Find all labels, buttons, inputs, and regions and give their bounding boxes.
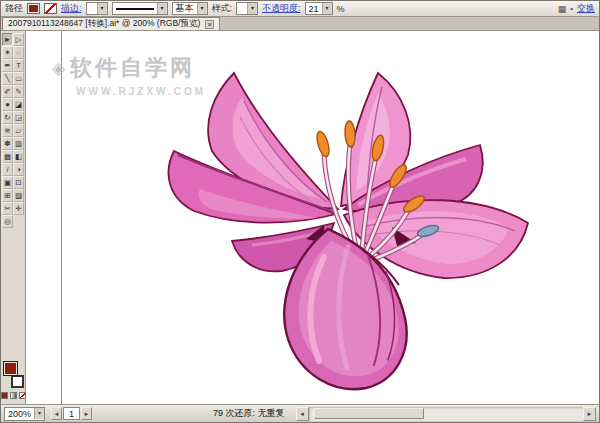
canvas[interactable]: ◈ 软件自学网 WWW.RJZXW.COM xyxy=(26,31,599,404)
tool-rotate[interactable]: ↻ xyxy=(2,111,13,124)
tool-graph[interactable]: ▥ xyxy=(13,137,24,150)
scroll-right-button[interactable]: ► xyxy=(583,407,596,421)
line-style-preview xyxy=(116,8,154,10)
horizontal-scrollbar[interactable]: ◄ ► xyxy=(296,407,596,421)
tool-palette-grid: ►▷✶◌✒T╲▭✐✎●◪↻◲≋▱✽▥▦◧/◑▣⊡⊞▨✂✛◎ xyxy=(2,33,24,228)
illustrator-window: 路径 描边: ▾ ▾ 基本 ▾ 样式: ▾ 不透明度: 21 ▾ % ▦ • 交… xyxy=(0,0,600,423)
status-readout: 79 次还原: 无重复 xyxy=(213,407,285,420)
stroke-color-swatch[interactable] xyxy=(44,3,57,14)
none-mode-button[interactable] xyxy=(19,392,26,399)
document-tab[interactable]: 2007910113248647 [转换].ai* @ 200% (RGB/预览… xyxy=(2,17,220,30)
brush-definition-value: 基本 xyxy=(173,2,197,15)
separator-dot-icon: • xyxy=(570,4,573,13)
gradient-mode-button[interactable] xyxy=(10,392,17,399)
tool-eyedropper[interactable]: / xyxy=(2,163,13,176)
tool-palette: ►▷✶◌✒T╲▭✐✎●◪↻◲≋▱✽▥▦◧/◑▣⊡⊞▨✂✛◎ xyxy=(1,31,26,404)
zoom-value: 200% xyxy=(5,409,34,419)
brush-definition-combo[interactable]: 基本 ▾ xyxy=(172,2,208,15)
artboard-nav: ◄ 1 ► xyxy=(51,407,92,420)
tool-pencil[interactable]: ✎ xyxy=(13,85,24,98)
fill-stroke-swatch-block xyxy=(2,361,25,388)
tool-warp[interactable]: ≋ xyxy=(2,124,13,137)
zoom-combo[interactable]: 200% ▾ xyxy=(4,407,45,421)
panel-grid-icon[interactable]: ▦ xyxy=(558,4,567,14)
tool-line-segment[interactable]: ╲ xyxy=(2,72,13,85)
tool-hand[interactable]: ✛ xyxy=(13,202,24,215)
tool-symbol-sprayer[interactable]: ✽ xyxy=(2,137,13,150)
tool-pen[interactable]: ✒ xyxy=(2,59,13,72)
opacity-panel-link[interactable]: 不透明度: xyxy=(262,2,301,15)
flower-illustration xyxy=(26,31,599,404)
tool-selection[interactable]: ► xyxy=(2,33,13,46)
main-area: ►▷✶◌✒T╲▭✐✎●◪↻◲≋▱✽▥▦◧/◑▣⊡⊞▨✂✛◎ xyxy=(1,31,599,404)
fill-color-swatch[interactable] xyxy=(27,3,40,14)
tool-free-transform[interactable]: ▱ xyxy=(13,124,24,137)
tool-live-paint-selection[interactable]: ⊡ xyxy=(13,176,24,189)
prev-artboard-button[interactable]: ◄ xyxy=(51,407,62,420)
line-style-combo[interactable]: ▾ xyxy=(112,2,168,15)
tool-mesh[interactable]: ▦ xyxy=(2,150,13,163)
opacity-value: 21 xyxy=(306,4,322,14)
tool-eraser[interactable]: ◪ xyxy=(13,98,24,111)
tool-gradient[interactable]: ◧ xyxy=(13,150,24,163)
color-mode-button[interactable] xyxy=(1,392,8,399)
tool-paintbrush[interactable]: ✐ xyxy=(2,85,13,98)
document-title: 2007910113248647 [转换].ai* @ 200% (RGB/预览… xyxy=(8,18,200,30)
selection-type-label: 路径 xyxy=(5,2,23,15)
scrollbar-thumb[interactable] xyxy=(314,408,424,419)
scroll-left-button[interactable]: ◄ xyxy=(296,407,309,421)
tool-live-paint-bucket[interactable]: ▣ xyxy=(2,176,13,189)
paint-mode-row xyxy=(1,392,26,399)
tool-slice[interactable]: ▨ xyxy=(13,189,24,202)
tool-zoom[interactable]: ◎ xyxy=(2,215,13,228)
artboard-number-field[interactable]: 1 xyxy=(63,407,80,420)
percent-label: % xyxy=(337,4,345,14)
tool-magic-wand[interactable]: ✶ xyxy=(2,46,13,59)
scrollbar-track[interactable] xyxy=(309,407,583,421)
style-label: 样式: xyxy=(212,2,233,15)
tool-crop-area[interactable]: ⊞ xyxy=(2,189,13,202)
tool-type[interactable]: T xyxy=(13,59,24,72)
chevron-down-icon[interactable]: ▾ xyxy=(157,3,167,14)
swap-link[interactable]: 交换 xyxy=(577,2,595,15)
next-artboard-button[interactable]: ► xyxy=(81,407,92,420)
chevron-down-icon[interactable]: ▾ xyxy=(34,408,44,419)
opacity-combo[interactable]: 21 ▾ xyxy=(305,2,333,15)
stroke-proxy-swatch[interactable] xyxy=(11,375,24,388)
tool-scale[interactable]: ◲ xyxy=(13,111,24,124)
chevron-down-icon[interactable]: ▾ xyxy=(247,3,257,14)
document-tab-bar: 2007910113248647 [转换].ai* @ 200% (RGB/预览… xyxy=(1,17,599,31)
chevron-down-icon[interactable]: ▾ xyxy=(97,3,107,14)
close-icon[interactable]: ✕ xyxy=(205,20,214,29)
chevron-down-icon[interactable]: ▾ xyxy=(322,3,332,14)
style-combo[interactable]: ▾ xyxy=(236,2,258,15)
fill-proxy-swatch[interactable] xyxy=(3,361,18,376)
status-bar: 200% ▾ ◄ 1 ► 79 次还原: 无重复 ◄ ► xyxy=(1,404,599,422)
tool-lasso[interactable]: ◌ xyxy=(13,46,24,59)
tool-scissors[interactable]: ✂ xyxy=(2,202,13,215)
tool-direct-selection[interactable]: ▷ xyxy=(13,33,24,46)
stroke-panel-link[interactable]: 描边: xyxy=(61,2,82,15)
tool-blend[interactable]: ◑ xyxy=(13,163,24,176)
tool-blob-brush[interactable]: ● xyxy=(2,98,13,111)
tool-rectangle[interactable]: ▭ xyxy=(13,72,24,85)
chevron-down-icon[interactable]: ▾ xyxy=(197,3,207,14)
control-bar: 路径 描边: ▾ ▾ 基本 ▾ 样式: ▾ 不透明度: 21 ▾ % ▦ • 交… xyxy=(1,1,599,17)
stroke-weight-combo[interactable]: ▾ xyxy=(86,2,108,15)
